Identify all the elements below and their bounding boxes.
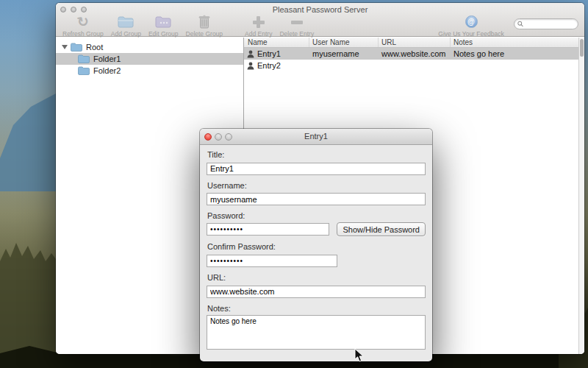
tree-item-label: Folder2 bbox=[93, 66, 121, 75]
title-label: Title: bbox=[207, 150, 426, 159]
delete-group-button[interactable]: Delete Group bbox=[182, 14, 227, 38]
confirm-password-field[interactable] bbox=[207, 255, 337, 267]
url-field[interactable] bbox=[207, 286, 426, 298]
delete-entry-button[interactable]: Delete Entry bbox=[276, 14, 318, 38]
search-input[interactable] bbox=[523, 20, 575, 28]
table-row-entry2[interactable]: Entry2 bbox=[244, 60, 584, 71]
cancel-button[interactable]: Cancel bbox=[384, 361, 426, 362]
refresh-group-button[interactable]: ↻ Refresh Group bbox=[59, 14, 107, 38]
cell-username: myusername bbox=[309, 49, 379, 58]
save-changes-button[interactable]: Save Changes bbox=[307, 361, 376, 362]
tree-item-folder2[interactable]: Folder2 bbox=[56, 65, 243, 77]
column-header-name[interactable]: Name bbox=[244, 38, 309, 47]
folder-edit-icon bbox=[155, 14, 171, 29]
list-header: Name User Name URL Notes bbox=[244, 38, 584, 48]
dialog-title: Entry1 bbox=[200, 132, 432, 141]
confirm-password-label: Confirm Password: bbox=[207, 242, 426, 251]
cell-url: www.website.com bbox=[379, 49, 451, 58]
person-icon bbox=[247, 50, 254, 58]
tree-item-label: Folder1 bbox=[93, 54, 121, 63]
edit-group-button[interactable]: Edit Group bbox=[145, 14, 182, 38]
column-header-url[interactable]: URL bbox=[379, 38, 451, 47]
folder-add-icon bbox=[118, 14, 134, 29]
folder-icon bbox=[78, 66, 90, 75]
plus-icon bbox=[251, 14, 266, 29]
show-hide-password-button[interactable]: Show/Hide Password bbox=[337, 222, 426, 236]
dialog-titlebar: Entry1 bbox=[200, 129, 432, 145]
person-icon bbox=[247, 62, 254, 70]
scrollbar-thumb[interactable] bbox=[580, 39, 584, 57]
tree-item-root[interactable]: Root bbox=[56, 41, 243, 53]
table-row-entry1[interactable]: Entry1 myusername www.website.com Notes … bbox=[244, 48, 584, 60]
trash-icon bbox=[198, 14, 210, 29]
notes-label: Notes: bbox=[207, 304, 426, 313]
feedback-button[interactable]: @ Give Us Your Feedback bbox=[423, 15, 519, 38]
window-title: Pleasant Password Server bbox=[56, 5, 584, 14]
password-field[interactable] bbox=[207, 223, 329, 236]
search-field[interactable] bbox=[514, 18, 578, 29]
cell-name: Entry1 bbox=[257, 49, 281, 58]
notes-field[interactable]: Notes go here bbox=[207, 315, 426, 350]
minus-icon bbox=[290, 14, 304, 29]
entry-dialog: Entry1 Title: Username: Password: Show/H… bbox=[200, 129, 432, 361]
username-field[interactable] bbox=[207, 193, 426, 205]
add-group-button[interactable]: Add Group bbox=[107, 14, 145, 38]
folder-icon bbox=[71, 43, 82, 52]
add-entry-button[interactable]: Add Entry bbox=[241, 14, 276, 38]
column-header-username[interactable]: User Name bbox=[309, 38, 379, 47]
list-scrollbar[interactable] bbox=[578, 38, 584, 354]
window-chrome: Pleasant Password Server ↻ Refresh Group… bbox=[56, 3, 584, 37]
username-label: Username: bbox=[207, 181, 426, 190]
toolbar: ↻ Refresh Group Add Group Edit Group De bbox=[59, 14, 318, 37]
url-label: URL: bbox=[207, 273, 426, 282]
disclosure-triangle-icon[interactable] bbox=[62, 45, 68, 49]
dialog-body: Title: Username: Password: Show/Hide Pas… bbox=[200, 145, 432, 361]
cell-name: Entry2 bbox=[257, 61, 281, 70]
title-field[interactable] bbox=[207, 163, 426, 175]
at-icon: @ bbox=[465, 15, 478, 28]
refresh-icon: ↻ bbox=[77, 14, 89, 29]
dialog-button-row: Save Changes Cancel bbox=[207, 361, 426, 362]
folder-icon bbox=[78, 54, 90, 63]
cell-notes: Notes go here bbox=[451, 49, 584, 58]
password-label: Password: bbox=[207, 211, 426, 220]
column-header-notes[interactable]: Notes bbox=[451, 38, 584, 47]
tree-item-folder1[interactable]: Folder1 bbox=[56, 53, 243, 65]
search-icon bbox=[517, 21, 523, 27]
tree-item-label: Root bbox=[86, 43, 103, 52]
